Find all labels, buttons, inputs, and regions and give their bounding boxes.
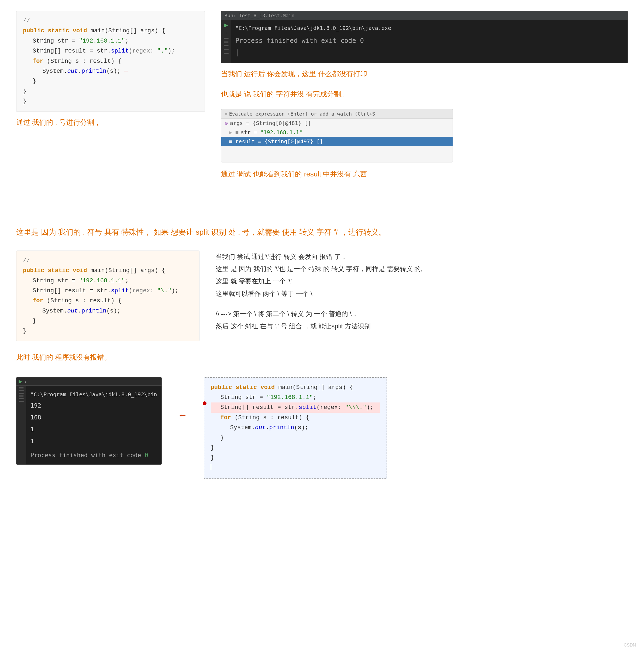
code-line: } — [23, 87, 198, 96]
code-line: } — [211, 433, 380, 443]
explanation-block: 当我们 尝试 通过'\'进行 转义 会发向 报错 了， 这里 是 因为 我们的 … — [216, 250, 628, 333]
debug-row-str: ▶ ≡ str = "192.168.1.1" — [221, 128, 453, 137]
code-line: // — [23, 16, 198, 26]
step-btn[interactable]: ↓ — [225, 31, 227, 35]
code-line: public static void main(String[] args) { — [23, 266, 193, 275]
output-num-168: 168 — [30, 412, 157, 424]
code-line: System.out.println(s); — — [23, 66, 198, 76]
sidebar-dot-1 — [19, 387, 24, 388]
debug-panel-header: ▼ Evaluate expression (Enter) or add a w… — [221, 110, 453, 119]
code-line: } — [23, 76, 198, 86]
output-num-1b: 1 — [30, 435, 157, 447]
debug-header-text: Evaluate expression (Enter) or add a wat… — [229, 111, 375, 117]
code-line: } — [23, 316, 193, 326]
sidebar-dot-2 — [19, 390, 24, 391]
output-finished-1: Process finished with exit code 0 — [235, 35, 623, 47]
ide-bottom-sidebar — [17, 386, 26, 464]
divider-1 — [16, 189, 628, 200]
code-line: for (String s : result) { — [211, 413, 380, 423]
ide-panel-green: ▶ ↓ "C:\Program Files\Java\ — [16, 377, 162, 465]
play-btn[interactable]: ▶ — [224, 22, 228, 28]
code-line: String[] result = str.split(regex: "."); — [23, 46, 198, 56]
divider-2 — [16, 200, 628, 210]
explanation-line-3: 这里 就 需要在加上 一个 '\' — [216, 275, 628, 287]
ide-panel-header: Run: Test_8_13.Test.Main — [221, 11, 627, 20]
right-col: Run: Test_8_13.Test.Main ▶ ↓ — [221, 11, 628, 184]
ide-panel-1: Run: Test_8_13.Test.Main ▶ ↓ — [221, 11, 628, 63]
ide-panel-output-1: "C:\Program Files\Java\jdk1.8.0_192\bin\… — [231, 20, 627, 63]
debug-row-args: ⊕ args = {String[0]@481} [] — [221, 119, 453, 128]
code-line: System.out.println(s); — [23, 306, 193, 316]
annotation-left-1: 通过 我们的 . 号进行分割， — [16, 116, 101, 129]
annotation-right-2: 也就是 说 我们的 字符并没 有完成分割。 — [221, 88, 628, 100]
code-line: for (String s : result) { — [23, 56, 198, 66]
code-line: String str = "192.168.1.1"; — [23, 276, 193, 286]
debug-text-result: result = {String[0]@497} [] — [235, 138, 323, 145]
output-path-bottom: "C:\Program Files\Java\jdk1.8.0_192\bin — [30, 389, 157, 400]
expand-icon: ▶ — [229, 129, 232, 136]
toolbar-icon-3 — [224, 45, 229, 46]
code-line: public static void main(String[] args) { — [23, 26, 198, 36]
sidebar-dot-3 — [19, 393, 24, 394]
code-line: String[] result = str.split(regex: "\.")… — [23, 286, 193, 296]
debug-text-str: str = "192.168.1.1" — [241, 129, 302, 136]
code-line: } — [211, 453, 380, 463]
output-num-192: 192 — [30, 400, 157, 412]
explanation-line-1: 当我们 尝试 通过'\'进行 转义 会发向 报错 了， — [216, 250, 628, 263]
output-num-1a: 1 — [30, 424, 157, 435]
code-block-2: // public static void main(String[] args… — [16, 250, 200, 341]
code-line: String str = "192.168.1.1"; — [23, 36, 198, 46]
output-path-1: "C:\Program Files\Java\jdk1.8.0_192\bin\… — [235, 23, 623, 33]
toolbar-icon-2 — [224, 42, 229, 43]
annotation-no-error: 此时 我们的 程序就没有报错。 — [16, 351, 628, 364]
page-content: // public static void main(String[] args… — [16, 11, 628, 479]
sidebar-dot-6 — [19, 401, 24, 402]
ide-bottom-body: "C:\Program Files\Java\jdk1.8.0_192\bin … — [17, 386, 161, 464]
code-block-3: public static void main(String[] args) {… — [204, 377, 387, 479]
toolbar-icon-4 — [224, 49, 229, 50]
annotation-right-1: 当我们 运行后 你会发现，这里 什么都没有打印 — [221, 68, 628, 80]
sidebar-dot-4 — [19, 395, 24, 396]
triangle-down-icon: ▼ — [225, 111, 228, 117]
code-line: // — [23, 256, 193, 266]
explanation-line-6: 然后 这个 斜杠 在与 '.' 号 组合 ，就 能让split 方法识别 — [216, 320, 628, 333]
toolbar-icon-5 — [224, 53, 229, 54]
code-line: public static void main(String[] args) { — [211, 383, 380, 392]
code-line: String[] result = str.split(regex: "\\\.… — [211, 403, 380, 412]
watermark: CSDN — [624, 643, 636, 648]
breakpoint-dot — [203, 402, 206, 405]
section-second-row: // public static void main(String[] args… — [16, 250, 628, 341]
debug-row-result: ≡ result = {String[0]@497} [] — [221, 137, 453, 146]
file-label: Test_8_13.Test.Main — [239, 13, 294, 18]
section-top: // public static void main(String[] args… — [16, 11, 628, 184]
section-middle-annotation: 这里是 因为 我们的 . 符号 具有 特殊性， 如果 想要让 split 识别 … — [16, 221, 628, 242]
code-line: System.out.println(s); — [211, 423, 380, 433]
annotation-debug: 通过 调试 也能看到我们的 result 中并没有 东西 — [221, 168, 628, 180]
arrow-left-icon: ← — [178, 409, 188, 421]
debug-icon-e1: ≡ — [235, 129, 238, 136]
code-line: } — [23, 96, 198, 106]
toolbar-icon-1 — [224, 38, 229, 39]
ide-panel-body: ▶ ↓ "C:\Program Files\Java\jdk1.8.0_192\… — [221, 20, 627, 63]
ide-output-bottom: "C:\Program Files\Java\jdk1.8.0_192\bin … — [26, 386, 161, 464]
play-icon-green[interactable]: ▶ — [19, 379, 22, 384]
code-line: } — [211, 443, 380, 453]
section-bottom: ▶ ↓ "C:\Program Files\Java\ — [16, 377, 628, 479]
debug-icon-e2: ≡ — [229, 138, 232, 145]
code-line: String str = "192.168.1.1"; — [211, 392, 380, 403]
explanation-line-2: 这里 是 因为 我们的 '\'也 是一个 特殊 的 转义 字符，同样是 需要转义… — [216, 263, 628, 275]
output-finished-bottom: Process finished with exit code 0 — [30, 449, 157, 461]
debug-panel: ▼ Evaluate expression (Enter) or add a w… — [221, 109, 453, 163]
code-cursor — [211, 464, 211, 470]
code-line: for (String s : result) { — [23, 296, 193, 306]
step-down-icon[interactable]: ↓ — [25, 379, 26, 384]
explanation-line-4: 这里就可以看作 两个 \ 等于 一个 \ — [216, 287, 628, 300]
run-label: Run: — [225, 13, 236, 18]
debug-icon-p: ⊕ — [225, 120, 228, 126]
ide-panel-green-header: ▶ ↓ — [17, 378, 161, 386]
debug-text-args: args = {String[0]@481} [] — [230, 120, 311, 126]
code-block-1: // public static void main(String[] args… — [16, 11, 205, 112]
bottom-left-col: ▶ ↓ "C:\Program Files\Java\ — [16, 377, 162, 465]
explanation-line-5: \\ ---> 第一个 \ 将 第二个 \ 转义 为 一个 普通的 \， — [216, 308, 628, 320]
code-line: } — [23, 326, 193, 336]
